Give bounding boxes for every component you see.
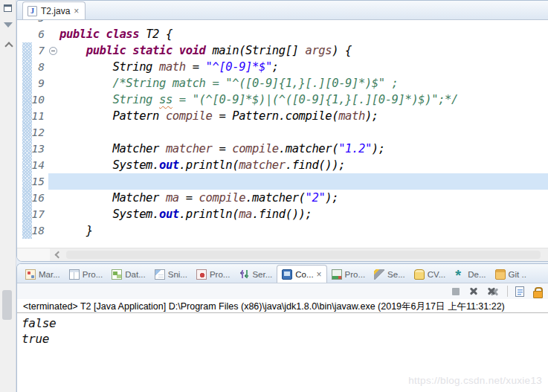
line-number[interactable]: 13 [17,143,47,155]
code-token: ); [365,109,378,123]
code-line[interactable]: 14 System.out.println(matcher.find()); [17,157,548,173]
code-token: T2 { [146,28,173,41]
scrollbar-thumb[interactable] [66,251,541,259]
view-tab-servers[interactable]: Ser... [234,266,277,283]
code-line[interactable]: 16 Matcher ma = compile.matcher("2"); [17,190,548,206]
close-icon[interactable]: × [317,270,322,279]
line-number[interactable]: 8 [17,61,47,73]
view-tab-label: CV... [428,270,446,279]
code-token: = [186,60,206,74]
code-token: main(String[] [212,44,305,57]
console-output[interactable]: false true [17,313,548,347]
code-line[interactable]: 12 [17,124,548,141]
line-number[interactable]: 5 [17,20,47,24]
line-number[interactable]: 18 [17,225,47,237]
scroll-lock-button[interactable] [532,286,542,297]
view-tab-problems[interactable]: Pro... [192,266,234,283]
view-tab-cvs[interactable]: CV... [410,266,451,283]
line-number[interactable]: 12 [17,126,47,138]
debug-icon [454,269,465,280]
terminate-button[interactable] [451,286,461,297]
code-token: math [159,60,186,74]
code-line[interactable]: 17 System.out.println(ma.find()); [17,206,548,222]
line-number[interactable]: 15 [17,176,47,187]
remove-launch-button[interactable] [468,286,479,297]
line-number[interactable]: 10 [17,94,47,106]
view-tab-properties[interactable]: Pro... [65,266,107,283]
view-tab-debug[interactable]: De... [450,266,490,283]
code-line[interactable]: 10 String ss = "(^[0-9]*$)|(^([0-9]{1,}[… [17,91,548,108]
code-line[interactable]: 9 /*String match = "^([0-9]{1,}[.][0-9]*… [17,75,548,91]
line-number[interactable]: 11 [17,110,47,122]
line-number[interactable]: 16 [17,192,47,204]
code-token: System. [59,158,159,172]
code-token: = [179,191,199,205]
scrollbar-corner [17,248,50,261]
code-line[interactable]: 8 String math = "^[0-9]*$"; [17,59,548,75]
code-line[interactable]: 13 Matcher matcher = compile.matcher("1.… [17,141,548,157]
code-token: /*String match = "^([0-9]{1,}[.][0-9]*)$… [59,77,399,90]
code-token: ); [325,191,338,205]
code-token: ) { [332,44,352,57]
code-line[interactable]: 5 [17,20,548,26]
trim-scrollbar[interactable] [2,290,12,320]
code-token: args [305,44,332,57]
code-line[interactable]: 6public class T2 { [17,26,548,42]
code-token: ; [272,60,279,74]
data-icon [112,269,122,280]
fold-collapse-icon[interactable] [49,47,57,55]
code-token: String [59,93,159,106]
code-line[interactable]: 11 Pattern compile = Pattern.compile(mat… [17,108,548,124]
code-token: Matcher [59,142,166,155]
view-tab-progress[interactable]: Pro... [327,266,370,283]
clear-console-button[interactable] [515,286,524,297]
code-token: "2" [306,191,326,205]
view-tab-label: De... [468,270,486,279]
code-token: math [338,109,365,123]
code-line[interactable]: 15 [17,173,548,190]
code-token: = [212,142,232,155]
horizontal-scrollbar[interactable] [17,248,548,261]
console-icon [282,269,292,280]
snippets-icon [155,269,165,280]
close-icon[interactable]: × [74,7,79,16]
view-tab-search[interactable]: Se... [370,266,410,283]
view-tab-console[interactable]: Co...× [277,265,326,283]
code-line[interactable]: 7 public static void main(String[] args)… [17,42,548,59]
console-status-line: <terminated> T2 [Java Application] D:\Pr… [17,299,548,313]
collapse-up-icon[interactable] [4,42,13,50]
view-tab-label: Co... [295,270,313,279]
line-number[interactable]: 7 [17,45,47,57]
view-menu-dropdown-icon[interactable] [4,22,13,28]
view-tab-markers[interactable]: Mar... [21,266,65,283]
tab-t2-java[interactable]: J T2.java × [22,1,86,19]
restore-view-icon[interactable] [4,4,12,12]
code-line[interactable]: 18 } [17,222,548,239]
line-number[interactable]: 17 [17,208,47,220]
scroll-left-arrow-icon[interactable] [55,251,62,259]
view-tab-git[interactable]: Git .. [491,266,531,283]
cvs-icon [414,269,425,280]
code-token: "1.2" [338,142,372,155]
editor-group: J T2.java × 56public class T2 {7 public … [16,0,548,262]
code-text: Matcher ma = compile.matcher("2"); [59,191,548,205]
line-number[interactable]: 6 [17,28,47,40]
line-number[interactable]: 14 [17,159,47,171]
servers-icon [239,269,249,280]
code-token: public static void [59,44,212,57]
code-text: System.out.println(ma.find()); [59,208,548,221]
code-editor[interactable]: 56public class T2 {7 public static void … [17,20,548,248]
fold-column[interactable] [47,47,59,55]
markers-icon [25,269,36,280]
view-tab-data[interactable]: Dat... [107,266,149,283]
code-text: Matcher matcher = compile.matcher("1.2")… [59,142,548,155]
remove-all-terminated-button[interactable] [486,286,497,297]
view-tab-label: Se... [387,270,405,279]
console-output-line: true [22,331,548,347]
line-number[interactable]: 9 [17,77,47,89]
view-tab-snippets[interactable]: Sni... [150,266,192,283]
code-text: public class T2 { [59,28,548,41]
properties-icon [69,269,80,280]
console-view: Mar...Pro...Dat...Sni...Pro...Ser...Co..… [16,263,548,392]
code-token: ma [166,191,179,205]
